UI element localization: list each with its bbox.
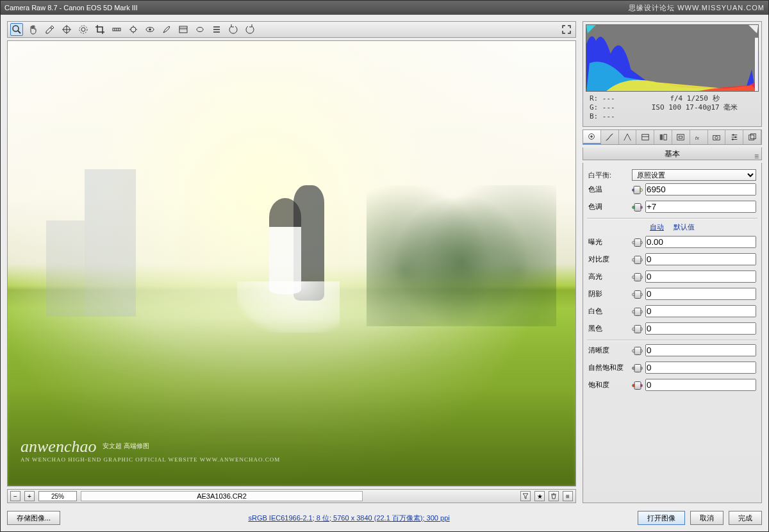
- color-sampler-icon[interactable]: [60, 23, 73, 36]
- tab-fx[interactable]: fx: [690, 130, 708, 144]
- svg-point-11: [131, 27, 136, 32]
- svg-line-1: [18, 31, 21, 33]
- zoom-in-button[interactable]: +: [24, 491, 35, 501]
- tab-camera[interactable]: [708, 130, 726, 144]
- histogram-panel: R: --- G: --- B: --- f/4 1/250 秒 ISO 100…: [583, 21, 762, 127]
- svg-point-0: [13, 26, 19, 31]
- cancel-button[interactable]: 取消: [690, 511, 724, 525]
- contrast-slider[interactable]: [632, 255, 643, 264]
- tab-curve[interactable]: [601, 130, 619, 144]
- zoom-out-button[interactable]: −: [10, 491, 21, 501]
- whites-value[interactable]: [645, 305, 756, 317]
- vibrance-label: 自然饱和度: [588, 363, 629, 372]
- basic-panel: 白平衡: 原照设置 色温 色调 自动 默认值: [583, 163, 762, 503]
- exposure-value[interactable]: [645, 236, 756, 248]
- tint-label: 色调: [588, 202, 629, 212]
- svg-point-22: [591, 135, 593, 138]
- done-button[interactable]: 完成: [729, 511, 762, 525]
- temp-slider[interactable]: [632, 185, 643, 194]
- spot-removal-icon[interactable]: [127, 23, 140, 36]
- blacks-value[interactable]: [645, 322, 756, 335]
- panel-tabs: fx: [583, 129, 762, 145]
- prefs-icon[interactable]: [210, 23, 223, 36]
- zoom-tool-icon[interactable]: [10, 23, 23, 36]
- shadows-slider[interactable]: [632, 290, 643, 299]
- svg-rect-38: [748, 135, 754, 140]
- save-image-button[interactable]: 存储图像...: [7, 511, 60, 525]
- blacks-slider[interactable]: [632, 324, 643, 333]
- tab-lens[interactable]: [672, 130, 690, 144]
- wb-eyedropper-icon[interactable]: [44, 23, 56, 36]
- titlebar: Camera Raw 8.7 - Canon EOS 5D Mark III 思…: [1, 1, 768, 15]
- tab-hsl[interactable]: [636, 130, 654, 144]
- rating-icon[interactable]: ★: [534, 491, 545, 501]
- shadows-value[interactable]: [645, 288, 756, 300]
- highlights-label: 高光: [588, 272, 629, 281]
- clarity-value[interactable]: [645, 344, 756, 356]
- whites-slider[interactable]: [632, 307, 643, 316]
- whites-label: 白色: [588, 306, 629, 316]
- tab-snapshots[interactable]: [743, 130, 761, 144]
- svg-text:fx: fx: [695, 135, 700, 141]
- svg-rect-23: [642, 135, 649, 140]
- redeye-tool-icon[interactable]: [144, 23, 156, 36]
- svg-rect-28: [679, 136, 682, 138]
- highlights-slider[interactable]: [632, 272, 643, 281]
- highlights-value[interactable]: [645, 270, 756, 283]
- readout-r: R: ---: [590, 94, 634, 103]
- auto-link[interactable]: 自动: [650, 223, 664, 231]
- svg-rect-39: [750, 134, 756, 139]
- saturation-slider[interactable]: [632, 381, 643, 390]
- contrast-value[interactable]: [645, 253, 756, 265]
- temp-value[interactable]: [645, 183, 756, 195]
- tab-basic[interactable]: [583, 130, 601, 144]
- exposure-label: 曝光: [588, 237, 629, 247]
- rotate-ccw-icon[interactable]: [227, 23, 240, 36]
- target-adjust-icon[interactable]: [77, 23, 90, 36]
- fullscreen-icon[interactable]: [560, 23, 573, 36]
- panel-menu-icon[interactable]: ≡: [754, 150, 759, 163]
- workflow-link[interactable]: sRGB IEC61966-2.1; 8 位; 5760 x 3840 (22.…: [65, 513, 633, 523]
- clarity-label: 清晰度: [588, 345, 629, 355]
- clarity-slider[interactable]: [632, 346, 643, 355]
- window-title: Camera Raw 8.7 - Canon EOS 5D Mark III: [4, 4, 138, 12]
- filter-icon[interactable]: [520, 491, 531, 501]
- svg-point-35: [732, 134, 734, 136]
- svg-rect-26: [663, 135, 666, 140]
- radial-filter-icon[interactable]: [194, 23, 206, 36]
- image-preview[interactable]: anwenchao安文超 高端修图 AN WENCHAO HIGH-END GR…: [7, 40, 576, 486]
- adjustment-brush-icon[interactable]: [160, 23, 173, 36]
- wb-select[interactable]: 原照设置: [632, 169, 756, 181]
- temp-label: 色温: [588, 185, 629, 194]
- exif-line1: f/4 1/250 秒: [634, 94, 755, 103]
- hand-tool-icon[interactable]: [27, 23, 40, 36]
- svg-point-31: [715, 137, 718, 139]
- crop-tool-icon[interactable]: [94, 23, 106, 36]
- tab-detail[interactable]: [619, 130, 637, 144]
- vibrance-value[interactable]: [645, 362, 756, 374]
- histogram[interactable]: [586, 24, 759, 92]
- tint-slider[interactable]: [632, 203, 643, 212]
- branding-text: 思缘设计论坛 WWW.MISSYUAN.COM: [629, 3, 765, 13]
- tab-presets[interactable]: [725, 130, 743, 144]
- trash-icon[interactable]: [549, 491, 559, 501]
- default-link[interactable]: 默认值: [674, 223, 695, 231]
- footer: 存储图像... sRGB IEC61966-2.1; 8 位; 5760 x 3…: [1, 510, 768, 531]
- tab-split[interactable]: [654, 130, 672, 144]
- zoom-level[interactable]: [38, 491, 77, 501]
- shadows-label: 阴影: [588, 289, 629, 299]
- graduated-filter-icon[interactable]: [177, 23, 190, 36]
- wb-label: 白平衡:: [588, 170, 629, 180]
- vibrance-slider[interactable]: [632, 363, 643, 372]
- tint-value[interactable]: [645, 201, 756, 213]
- svg-point-36: [734, 137, 736, 138]
- panel-title: 基本 ≡: [583, 147, 762, 160]
- open-image-button[interactable]: 打开图像: [638, 511, 685, 525]
- filmstrip-toggle-icon[interactable]: ≡: [563, 491, 573, 501]
- svg-point-17: [197, 28, 203, 32]
- straighten-tool-icon[interactable]: [110, 23, 123, 36]
- rotate-cw-icon[interactable]: [244, 23, 256, 36]
- saturation-value[interactable]: [645, 379, 756, 391]
- saturation-label: 饱和度: [588, 380, 629, 390]
- exposure-slider[interactable]: [632, 238, 643, 247]
